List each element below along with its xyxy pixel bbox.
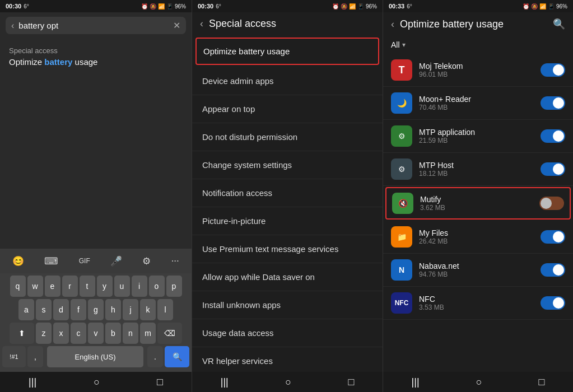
- header-back-3[interactable]: ‹: [391, 18, 394, 30]
- app-icon-mtp-host: ⚙: [391, 158, 412, 180]
- key-l[interactable]: l: [157, 299, 173, 320]
- search-bar: ‹ ✕: [6, 17, 186, 34]
- app-item-moon-reader[interactable]: 🌙 Moon+ Reader 70.46 MB: [383, 87, 573, 120]
- more-btn[interactable]: ···: [168, 253, 183, 269]
- search-clear-icon[interactable]: ✕: [173, 20, 180, 31]
- toggle-moon-reader[interactable]: [541, 96, 565, 110]
- app-icon-moj-telekom: T: [391, 59, 412, 81]
- app-icon-mutify: 🔇: [392, 193, 413, 214]
- key-r[interactable]: r: [62, 276, 78, 297]
- key-c[interactable]: c: [71, 323, 86, 344]
- key-k[interactable]: k: [140, 299, 156, 320]
- key-y[interactable]: y: [97, 276, 113, 297]
- key-o[interactable]: o: [149, 276, 165, 297]
- app-item-nfc[interactable]: NFC NFC 3.53 MB: [383, 287, 573, 320]
- nav-recents-2[interactable]: □: [348, 376, 354, 388]
- menu-item-device-admin[interactable]: Device admin apps: [192, 67, 383, 95]
- menu-item-dnd[interactable]: Do not disturb permission: [192, 123, 383, 151]
- key-u[interactable]: u: [114, 276, 130, 297]
- app-item-mtp-app[interactable]: ⚙ MTP application 21.59 MB: [383, 120, 573, 153]
- toggle-nabava[interactable]: [541, 263, 565, 277]
- key-m[interactable]: m: [140, 323, 156, 344]
- key-period[interactable]: .: [147, 346, 163, 367]
- search-result-category: Special access: [9, 46, 183, 55]
- panel3-search-icon[interactable]: 🔍: [553, 18, 565, 30]
- search-input[interactable]: [18, 21, 169, 30]
- battery-2: 96%: [366, 3, 377, 10]
- key-space[interactable]: English (US): [47, 346, 143, 367]
- key-d[interactable]: d: [53, 299, 69, 320]
- key-g[interactable]: g: [88, 299, 104, 320]
- app-item-moj-telekom[interactable]: T Moj Telekom 96.01 MB: [383, 54, 573, 87]
- menu-item-vr-helper[interactable]: VR helper services: [192, 347, 383, 372]
- app-item-my-files[interactable]: 📁 My Files 26.42 MB: [383, 221, 573, 254]
- toggle-my-files[interactable]: [541, 230, 565, 244]
- keyboard-toolbar: 😊 ⌨ GIF 🎤 ⚙ ···: [0, 249, 192, 273]
- key-h[interactable]: h: [105, 299, 121, 320]
- toggle-mtp-host[interactable]: [541, 162, 565, 176]
- key-p[interactable]: p: [166, 276, 182, 297]
- menu-item-install-unknown[interactable]: Install unknown apps: [192, 291, 383, 319]
- menu-item-usage-data[interactable]: Usage data access: [192, 319, 383, 347]
- toggle-nfc[interactable]: [541, 296, 565, 310]
- nav-home-3[interactable]: ○: [476, 376, 482, 388]
- header-back-2[interactable]: ‹: [200, 18, 203, 30]
- silent-icon-3: 🔕: [531, 3, 538, 10]
- menu-item-notification[interactable]: Notification access: [192, 179, 383, 207]
- menu-item-pip[interactable]: Picture-in-picture: [192, 207, 383, 235]
- key-s[interactable]: s: [36, 299, 52, 320]
- keyboard-icon[interactable]: ⌨: [41, 253, 62, 269]
- nav-home-1[interactable]: ○: [94, 376, 100, 388]
- key-q[interactable]: q: [10, 276, 26, 297]
- menu-item-appear-on-top[interactable]: Appear on top: [192, 95, 383, 123]
- key-z[interactable]: z: [36, 323, 52, 344]
- nav-recents-1[interactable]: □: [157, 376, 163, 388]
- app-size-my-files: 26.42 MB: [419, 237, 534, 245]
- key-i[interactable]: i: [132, 276, 147, 297]
- settings-btn[interactable]: ⚙: [139, 253, 154, 269]
- app-info-mtp-host: MTP Host 18.12 MB: [419, 161, 534, 178]
- key-t[interactable]: t: [80, 276, 95, 297]
- filter-row[interactable]: All ▾: [383, 36, 573, 54]
- app-item-mutify[interactable]: 🔇 Mutify 3.62 MB: [385, 187, 571, 220]
- filter-chevron-icon[interactable]: ▾: [402, 41, 406, 49]
- nav-home-2[interactable]: ○: [285, 376, 291, 388]
- key-e[interactable]: e: [45, 276, 60, 297]
- mic-btn[interactable]: 🎤: [107, 253, 125, 269]
- gif-btn[interactable]: GIF: [76, 255, 94, 267]
- toggle-mutify[interactable]: [539, 197, 564, 210]
- special-access-menu: Optimize battery usage Device admin apps…: [192, 35, 383, 372]
- menu-item-premium-sms[interactable]: Use Premium text message services: [192, 235, 383, 263]
- nav-back-3[interactable]: |||: [412, 376, 420, 388]
- menu-item-optimize-battery[interactable]: Optimize battery usage: [195, 38, 379, 65]
- status-bar-3: 00:33 6° ⏰ 🔕 📶 📱 96%: [383, 0, 573, 12]
- emoji-btn[interactable]: 😊: [9, 253, 27, 269]
- key-j[interactable]: j: [123, 299, 138, 320]
- nav-bar-1: ||| ○ □: [0, 372, 192, 392]
- menu-item-data-saver[interactable]: Allow app while Data saver on: [192, 263, 383, 291]
- key-search[interactable]: 🔍: [165, 346, 189, 367]
- filter-label[interactable]: All: [391, 40, 400, 49]
- nav-back-2[interactable]: |||: [221, 376, 229, 388]
- app-item-nabava[interactable]: N Nabava.net 94.76 MB: [383, 254, 573, 287]
- search-result-item[interactable]: Optimize battery usage: [9, 57, 183, 67]
- key-backspace[interactable]: ⌫: [157, 323, 182, 344]
- menu-item-change-system[interactable]: Change system settings: [192, 151, 383, 179]
- nav-back-1[interactable]: |||: [29, 376, 36, 388]
- search-back-icon[interactable]: ‹: [11, 21, 14, 31]
- app-item-mtp-host[interactable]: ⚙ MTP Host 18.12 MB: [383, 153, 573, 186]
- key-w[interactable]: w: [27, 276, 43, 297]
- key-b[interactable]: b: [105, 323, 121, 344]
- key-a[interactable]: a: [18, 299, 34, 320]
- toggle-mtp-app[interactable]: [541, 129, 565, 143]
- key-n[interactable]: n: [123, 323, 138, 344]
- nav-recents-3[interactable]: □: [539, 376, 545, 388]
- silent-icon-2: 🔕: [341, 3, 347, 10]
- key-numpad[interactable]: !#1: [2, 346, 26, 367]
- key-x[interactable]: x: [53, 323, 69, 344]
- key-shift[interactable]: ⬆: [10, 323, 34, 344]
- key-comma[interactable]: ,: [27, 346, 43, 367]
- toggle-moj-telekom[interactable]: [541, 63, 565, 77]
- key-f[interactable]: f: [71, 299, 86, 320]
- key-v[interactable]: v: [88, 323, 104, 344]
